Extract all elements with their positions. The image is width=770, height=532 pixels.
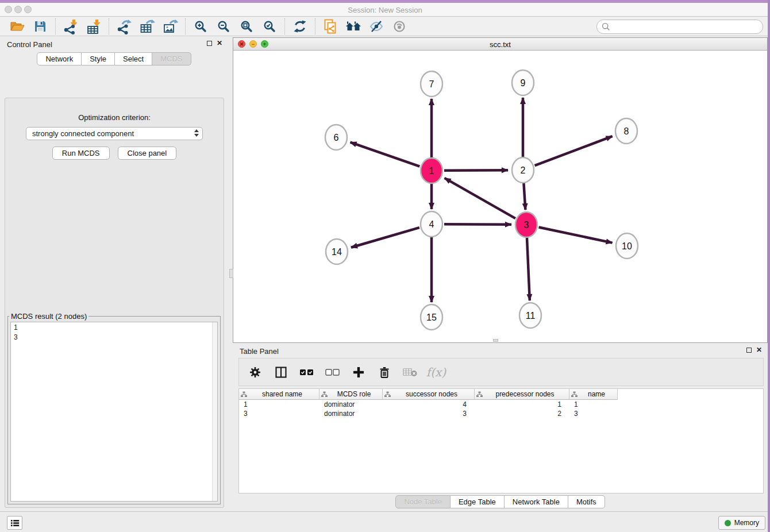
export-network-icon[interactable] <box>113 18 136 35</box>
export-table-icon[interactable] <box>136 18 159 35</box>
show-all-icon[interactable] <box>388 18 411 35</box>
toolbar-separator <box>185 18 186 34</box>
edge-2-3[interactable] <box>523 183 525 210</box>
settings-gear-icon[interactable] <box>247 364 263 381</box>
table-header-row: shared nameMCDS rolesuccessor nodesprede… <box>239 389 763 400</box>
vertical-splitter-grip[interactable] <box>229 269 233 278</box>
first-neighbors-icon[interactable] <box>342 18 365 35</box>
toggle-columns-icon[interactable] <box>273 364 289 381</box>
network-window-titlebar[interactable]: ✕ − + scc.txt <box>233 38 767 51</box>
zoom-out-icon[interactable] <box>212 18 235 35</box>
close-panel-icon[interactable]: ✕ <box>217 40 222 47</box>
function-builder-icon[interactable]: f(x) <box>428 364 444 381</box>
desktop-background-right <box>768 0 770 532</box>
edge-1-2[interactable] <box>444 170 508 171</box>
horizontal-splitter-grip[interactable] <box>493 339 498 342</box>
task-history-button[interactable] <box>7 516 22 530</box>
node-label-8: 8 <box>624 126 629 136</box>
tab-edge-table[interactable]: Edge Table <box>451 495 505 508</box>
import-table-icon[interactable] <box>82 18 105 35</box>
control-panel: Control Panel ✕ NetworkStyleSelectMCDS O… <box>0 36 228 511</box>
table-cell[interactable]: 1 <box>569 400 618 408</box>
criterion-dropdown[interactable]: strongly connected component <box>26 127 203 140</box>
open-session-icon[interactable] <box>6 18 29 35</box>
edge-3-10[interactable] <box>539 228 613 243</box>
table-body: 1dominator4113dominator323 <box>239 400 763 418</box>
node-table[interactable]: shared nameMCDS rolesuccessor nodesprede… <box>238 388 764 494</box>
clone-network-icon[interactable] <box>319 18 342 35</box>
edge-4-3[interactable] <box>444 224 511 225</box>
mcds-panel: Optimization criterion: strongly connect… <box>5 98 224 508</box>
table-row[interactable]: 1dominator411 <box>239 400 763 409</box>
network-canvas[interactable]: 1234678910111415 <box>233 51 767 342</box>
zoom-fit-icon[interactable] <box>235 18 258 35</box>
result-scrollbar[interactable] <box>212 322 217 501</box>
memory-button[interactable]: Memory <box>718 516 765 530</box>
edge-3-11[interactable] <box>527 237 530 300</box>
zoom-selected-icon[interactable] <box>258 18 281 35</box>
run-mcds-button[interactable]: Run MCDS <box>52 147 110 160</box>
edge-4-14[interactable] <box>351 228 419 248</box>
table-panel: Table Panel ✕ f(x) shared <box>233 343 768 511</box>
table-cell[interactable]: 2 <box>475 410 569 418</box>
fx-label: f(x) <box>426 365 446 379</box>
optimization-criterion-label: Optimization criterion: <box>5 113 224 122</box>
delete-row-icon[interactable] <box>376 364 392 381</box>
node-label-15: 15 <box>426 313 437 322</box>
hide-selected-icon[interactable] <box>365 18 388 35</box>
node-label-11: 11 <box>526 311 536 321</box>
save-session-icon[interactable] <box>29 18 52 35</box>
close-panel-button[interactable]: Close panel <box>118 147 177 160</box>
close-table-panel-icon[interactable]: ✕ <box>756 347 762 353</box>
tab-node-table[interactable]: Node Table <box>395 495 451 508</box>
table-row[interactable]: 3dominator323 <box>239 409 763 418</box>
table-cell[interactable]: 1 <box>239 400 319 408</box>
tab-mcds[interactable]: MCDS <box>152 52 191 65</box>
tab-motifs[interactable]: Motifs <box>568 495 605 508</box>
tab-select[interactable]: Select <box>115 52 152 65</box>
node-label-2: 2 <box>521 165 526 175</box>
control-panel-title: Control Panel <box>7 40 52 49</box>
edge-1-6[interactable] <box>351 142 420 167</box>
import-network-icon[interactable] <box>59 18 82 35</box>
column-header-name[interactable]: name <box>569 389 618 400</box>
dropdown-stepper-icon <box>194 129 199 137</box>
tab-style[interactable]: Style <box>82 52 115 65</box>
toolbar-separator <box>284 18 285 34</box>
refresh-icon[interactable] <box>288 18 311 35</box>
memory-status-icon <box>725 520 731 526</box>
table-cell[interactable]: 3 <box>239 410 319 418</box>
table-cell[interactable]: 4 <box>383 400 475 408</box>
search-input[interactable] <box>613 23 758 31</box>
column-header-shared-name[interactable]: shared name <box>239 389 319 400</box>
delete-table-icon[interactable] <box>402 364 418 381</box>
list-icon <box>10 519 20 527</box>
float-panel-icon[interactable] <box>207 41 212 46</box>
network-graph[interactable]: 1234678910111415 <box>233 51 767 342</box>
table-cell[interactable]: dominator <box>319 410 383 418</box>
table-cell[interactable]: dominator <box>319 400 383 408</box>
edge-3-1[interactable] <box>445 178 515 218</box>
column-header-successor-nodes[interactable]: successor nodes <box>383 389 475 400</box>
toolbar-separator <box>109 18 109 34</box>
zoom-in-icon[interactable] <box>189 18 212 35</box>
export-image-icon[interactable] <box>159 18 182 35</box>
toolbar-separator <box>55 18 56 34</box>
tab-network[interactable]: Network <box>37 52 82 65</box>
node-label-10: 10 <box>622 241 632 251</box>
table-cell[interactable]: 3 <box>569 410 618 418</box>
column-header-MCDS-role[interactable]: MCDS role <box>319 389 383 400</box>
tab-network-table[interactable]: Network Table <box>505 495 568 508</box>
search-icon <box>602 22 610 31</box>
table-cell[interactable]: 3 <box>383 410 475 418</box>
edge-2-8[interactable] <box>535 136 613 165</box>
column-header-predecessor-nodes[interactable]: predecessor nodes <box>475 389 569 400</box>
float-table-panel-icon[interactable] <box>746 348 752 353</box>
select-all-checkboxes-icon[interactable] <box>299 364 315 381</box>
add-row-icon[interactable] <box>351 364 367 381</box>
deselect-all-checkboxes-icon[interactable] <box>325 364 341 381</box>
table-cell[interactable]: 1 <box>475 400 569 408</box>
mcds-result-text[interactable]: 1 3 <box>10 322 218 502</box>
node-label-7: 7 <box>429 79 434 89</box>
search-box[interactable] <box>596 20 763 34</box>
